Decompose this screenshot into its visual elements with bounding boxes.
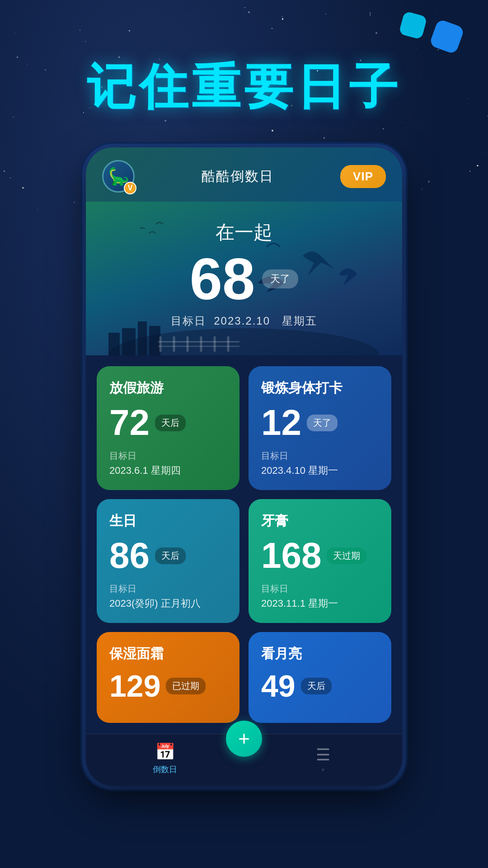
card-2-count-row: 86 天后	[109, 538, 227, 574]
card-4-number: 129	[109, 670, 160, 701]
card-3-date-label: 目标日	[261, 583, 379, 595]
card-5-badge: 天后	[301, 678, 332, 694]
card-0-count-row: 72 天后	[109, 405, 227, 441]
svg-rect-3	[149, 326, 160, 355]
bottom-nav: 📅 倒数日 + ☰ ≡	[86, 734, 402, 786]
card-0-number: 72	[109, 405, 150, 441]
hero-count-row: 68 天了	[86, 250, 402, 308]
vip-button[interactable]: VIP	[340, 165, 386, 188]
card-4-count-row: 129 已过期	[109, 670, 227, 701]
hero-title: 记住重要日子	[87, 54, 401, 120]
fab-add-button[interactable]: +	[226, 721, 262, 757]
vip-badge-avatar: V	[124, 182, 136, 194]
card-0-date-label: 目标日	[109, 450, 227, 462]
event-card-4[interactable]: 保湿面霜 129 已过期	[97, 632, 239, 723]
cards-row-3: 保湿面霜 129 已过期 看月亮 49 天后	[97, 632, 391, 723]
card-4-name: 保湿面霜	[109, 645, 227, 663]
nav-item-menu[interactable]: ☰ ≡	[296, 745, 350, 772]
card-3-count-row: 168 天过期	[261, 538, 379, 574]
card-1-number: 12	[261, 405, 301, 441]
nav-item-countdown[interactable]: 📅 倒数日	[138, 742, 192, 775]
card-5-name: 看月亮	[261, 645, 379, 663]
cards-area: 放假旅游 72 天后 目标日 2023.6.1 星期四 锻炼身体打卡 12 天了	[86, 355, 402, 734]
card-0-badge: 天后	[155, 415, 186, 431]
card-1-badge: 天了	[307, 415, 338, 431]
calendar-icon: 📅	[155, 742, 175, 761]
hero-card[interactable]: 在一起 68 天了 目标日 2023.2.10 星期五	[86, 202, 402, 355]
cards-row-1: 放假旅游 72 天后 目标日 2023.6.1 星期四 锻炼身体打卡 12 天了	[97, 366, 391, 490]
card-1-date-value: 2023.4.10 星期一	[261, 464, 379, 477]
event-card-3[interactable]: 牙膏 168 天过期 目标日 2023.11.1 星期一	[249, 499, 391, 623]
event-card-2[interactable]: 生日 86 天后 目标日 2023(癸卯) 正月初八	[97, 499, 239, 623]
card-1-name: 锻炼身体打卡	[261, 379, 379, 397]
card-3-name: 牙膏	[261, 512, 379, 530]
event-card-1[interactable]: 锻炼身体打卡 12 天了 目标日 2023.4.10 星期一	[249, 366, 391, 490]
card-2-badge: 天后	[155, 547, 186, 564]
nav-label-countdown: 倒数日	[153, 764, 177, 775]
nav-label-menu: ≡	[322, 767, 324, 772]
card-1-count-row: 12 天了	[261, 405, 379, 441]
hero-date: 目标日 2023.2.10 星期五	[86, 314, 402, 328]
avatar-container[interactable]: 🦕 V	[102, 160, 135, 193]
card-1-date-label: 目标日	[261, 450, 379, 462]
event-card-0[interactable]: 放假旅游 72 天后 目标日 2023.6.1 星期四	[97, 366, 239, 490]
hero-date-value: 2023.2.10	[214, 315, 270, 327]
plus-icon: +	[238, 727, 250, 750]
card-4-badge: 已过期	[166, 678, 206, 694]
app-header: 🦕 V 酷酷倒数日 VIP	[86, 147, 402, 202]
card-2-date-label: 目标日	[109, 583, 227, 595]
card-5-number: 49	[261, 670, 296, 701]
svg-rect-4	[108, 333, 120, 355]
card-0-name: 放假旅游	[109, 379, 227, 397]
event-card-5[interactable]: 看月亮 49 天后	[249, 632, 391, 723]
card-2-date-value: 2023(癸卯) 正月初八	[109, 597, 227, 610]
card-3-number: 168	[261, 538, 321, 574]
hero-event-name: 在一起	[86, 220, 402, 245]
cards-row-2: 生日 86 天后 目标日 2023(癸卯) 正月初八 牙膏 168 天过期	[97, 499, 391, 623]
hero-day-badge: 天了	[262, 269, 298, 288]
hero-weekday: 星期五	[282, 315, 317, 327]
card-3-date-value: 2023.11.1 星期一	[261, 597, 379, 610]
menu-icon: ☰	[316, 745, 330, 764]
card-3-badge: 天过期	[327, 547, 366, 564]
phone-mockup: 🦕 V 酷酷倒数日 VIP	[86, 147, 402, 786]
app-name: 酷酷倒数日	[202, 167, 274, 186]
card-2-number: 86	[109, 538, 150, 574]
card-0-date-value: 2023.6.1 星期四	[109, 464, 227, 477]
svg-rect-1	[122, 328, 136, 355]
card-2-name: 生日	[109, 512, 227, 530]
hero-count-number: 68	[190, 250, 255, 308]
card-5-count-row: 49 天后	[261, 670, 379, 701]
hero-date-label: 目标日	[171, 315, 206, 327]
